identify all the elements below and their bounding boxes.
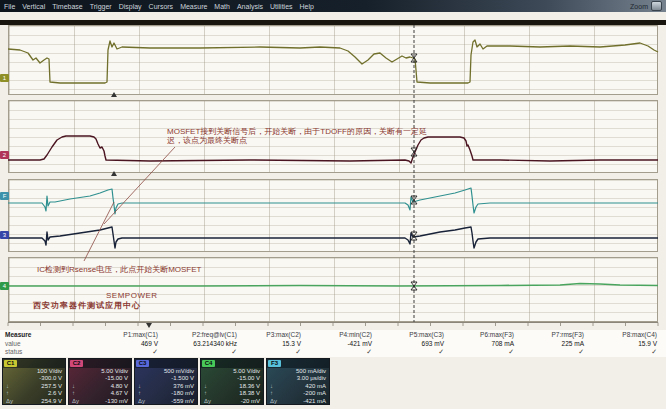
channel-box-c4[interactable]: C4 5.00 V/div -15.00 V ↓18.36 V ↑18.38 V… [200, 358, 264, 405]
c1-chip: C1 [4, 360, 17, 367]
c4-m1: 18.36 V [239, 383, 260, 390]
channel-marker-c3[interactable]: 3 [0, 231, 9, 239]
measure-label: Measure [5, 331, 31, 340]
trigger-time-marker[interactable] [146, 323, 152, 328]
measure-p4: P4:min(C2) -421 mV ✓ [292, 331, 372, 355]
cursor1-icon: ↓ [201, 383, 207, 390]
annotation-rsense: IC检测到Rsense电压，此点开始关断MOSFET [37, 265, 201, 274]
c1-m2: 2.6 V [48, 390, 62, 397]
p3-name[interactable]: P3:max(C2) [221, 331, 301, 340]
measure-table: Measure value status P1:max(C1) 469 V ✓ … [0, 330, 666, 357]
menu-measure[interactable]: Measure [180, 3, 207, 10]
delta-y-icon: Δy [69, 398, 79, 405]
c4-vdiv: 5.00 V/div [233, 368, 260, 375]
measure-p3: P3:max(C2) 15.3 V ✓ [221, 331, 301, 355]
channel-marker-c2[interactable]: 2 [0, 151, 9, 159]
delta-y-icon: Δy [3, 398, 13, 405]
cursor2-icon: ↑ [3, 390, 9, 397]
graticule-c1 [8, 25, 658, 95]
f3-tdiv: 3.00 µs/div [297, 375, 326, 382]
delta-y-icon: Δy [201, 398, 211, 405]
c2-offset: -15.00 V [105, 375, 128, 382]
c2-dy: -130 mV [105, 398, 128, 405]
c4-chip: C4 [202, 360, 215, 367]
menu-display[interactable]: Display [119, 3, 142, 10]
p7-name[interactable]: P7:rms(F3) [504, 331, 584, 340]
delta-y-icon: Δy [267, 398, 277, 405]
measure-p6: P6:max(F3) 708 mA ✓ [434, 331, 514, 355]
brand-subtitle: 西安功率器件测试应用中心 [33, 301, 141, 310]
measure-p8: P8:max(C4) 15.9 V ✓ [577, 331, 657, 355]
annotation-turnoff-delay: MOSFET接到关断信号后，开始关断，由于TDOFF的原因，关断有一定延迟，该点… [167, 127, 431, 146]
cursor2-icon: ↑ [135, 390, 141, 397]
c4-m2: 18.38 V [239, 390, 260, 397]
p4-value: -421 mV [292, 340, 372, 349]
c2-chip: C2 [70, 360, 83, 367]
menu-math[interactable]: Math [214, 3, 230, 10]
p6-status: ✓ [434, 348, 514, 355]
channel-marker-c4[interactable]: 4 [0, 282, 9, 290]
channel-box-f3[interactable]: F3 500 mA/div 3.00 µs/div ↓420 mA ↑-200 … [266, 358, 330, 405]
menu-bar: File Vertical Timebase Trigger Display C… [0, 0, 666, 12]
menu-analysis[interactable]: Analysis [237, 3, 263, 10]
c2-m2: 4.67 V [111, 390, 128, 397]
p5-name[interactable]: P5:max(C3) [364, 331, 444, 340]
c1-vdiv: 100 V/div [37, 368, 62, 375]
cursor2-icon: ↑ [267, 390, 273, 397]
menu-timebase[interactable]: Timebase [52, 3, 82, 10]
f3-m1: 420 mA [305, 383, 326, 390]
menu-cursors[interactable]: Cursors [149, 3, 174, 10]
menu-vertical[interactable]: Vertical [22, 3, 45, 10]
p6-name[interactable]: P6:max(F3) [434, 331, 514, 340]
p7-value: 225 mA [504, 340, 584, 349]
p4-status: ✓ [292, 348, 372, 355]
p8-name[interactable]: P8:max(C4) [577, 331, 657, 340]
p7-status: ✓ [504, 348, 584, 355]
f3-m2: -200 mA [303, 390, 326, 397]
menu-file[interactable]: File [4, 3, 15, 10]
status-label: status [5, 348, 31, 357]
menu-help[interactable]: Help [300, 3, 314, 10]
value-label: value [5, 340, 31, 349]
c3-offset: -1.500 V [171, 375, 194, 382]
c1-offset: -300.0 V [39, 375, 62, 382]
f3-chip: F3 [268, 360, 281, 367]
cursor1-icon: ↓ [135, 383, 141, 390]
cursor2-icon: ↑ [69, 390, 75, 397]
p1-name[interactable]: P1:max(C1) [78, 331, 158, 340]
c4-offset: -15.00 V [237, 375, 260, 382]
c1-m1: 257.5 V [41, 383, 62, 390]
c2-vdiv: 5.00 V/div [101, 368, 128, 375]
measure-p5: P5:max(C3) 693 mV ✓ [364, 331, 444, 355]
p3-value: 15.3 V [221, 340, 301, 349]
f3-vdiv: 500 mA/div [296, 368, 326, 375]
measure-row-labels: Measure value status [5, 331, 31, 357]
p4-name[interactable]: P4:min(C2) [292, 331, 372, 340]
f3-dy: -421 mA [303, 398, 326, 405]
cursor2-icon: ↑ [201, 390, 207, 397]
channel-box-c2[interactable]: C2 5.00 V/div -15.00 V ↓4.80 V ↑4.67 V Δ… [68, 358, 132, 405]
measure-p7: P7:rms(F3) 225 mA ✓ [504, 331, 584, 355]
cursor1-icon: ↓ [3, 383, 9, 390]
p8-value: 15.9 V [577, 340, 657, 349]
menu-trigger[interactable]: Trigger [90, 3, 112, 10]
brand-text: SEMPOWER [106, 291, 158, 300]
channel-box-c3[interactable]: C3 500 mV/div -1.500 V ↓376 mV ↑-180 mV … [134, 358, 198, 405]
c3-chip: C3 [136, 360, 149, 367]
menu-utilities[interactable]: Utilities [270, 3, 293, 10]
delta-y-icon: Δy [135, 398, 145, 405]
p3-status: ✓ [221, 348, 301, 355]
zoom-label: Zoom [630, 3, 648, 10]
channel-box-c1[interactable]: C1 100 V/div -300.0 V ↓257.5 V ↑2.6 V Δy… [2, 358, 66, 405]
p1-value: 469 V [78, 340, 158, 349]
c4-dy: -20 mV [241, 398, 260, 405]
cursor1-icon: ↓ [267, 383, 273, 390]
channel-marker-f3[interactable]: F [0, 192, 9, 200]
p1-status: ✓ [78, 348, 158, 355]
zoom-icon[interactable] [651, 1, 662, 11]
c3-vdiv: 500 mV/div [164, 368, 194, 375]
zoom-control[interactable]: Zoom [630, 1, 662, 11]
p5-value: 693 mV [364, 340, 444, 349]
channel-marker-c1[interactable]: 1 [0, 74, 9, 82]
p5-status: ✓ [364, 348, 444, 355]
